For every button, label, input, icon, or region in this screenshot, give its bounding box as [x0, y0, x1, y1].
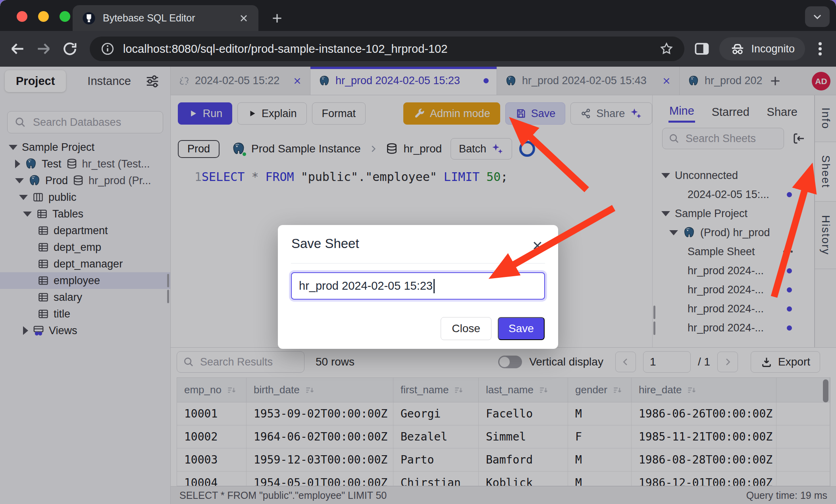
- reload-icon[interactable]: [61, 40, 79, 58]
- incognito-label: Incognito: [751, 43, 795, 55]
- sheet-name-value: hr_prod 2024-02-05 15:23: [299, 279, 433, 292]
- close-tab-icon[interactable]: [239, 13, 249, 23]
- browser-menu-icon[interactable]: [811, 40, 829, 58]
- save-confirm-button[interactable]: Save: [498, 317, 545, 340]
- bookmark-star-icon[interactable]: [659, 41, 674, 56]
- close-dialog-icon[interactable]: [531, 239, 544, 252]
- browser-window: Bytebase SQL Editor localhost:8080/sql-e…: [0, 0, 836, 504]
- bytebase-favicon-icon: [82, 12, 96, 25]
- new-tab-button[interactable]: [268, 10, 286, 27]
- window-controls: [17, 11, 70, 22]
- side-panel-icon[interactable]: [693, 40, 711, 58]
- browser-tab-title: Bytebase SQL Editor: [103, 12, 231, 24]
- sheet-name-input[interactable]: hr_prod 2024-02-05 15:23: [291, 272, 545, 300]
- browser-navbar: localhost:8080/sql-editor/prod-sample-in…: [0, 31, 836, 67]
- dialog-divider: [291, 263, 545, 264]
- browser-tab[interactable]: Bytebase SQL Editor: [73, 5, 258, 31]
- plus-icon: [270, 12, 284, 25]
- back-icon[interactable]: [9, 40, 26, 58]
- browser-chrome: Bytebase SQL Editor localhost:8080/sql-e…: [0, 0, 836, 67]
- forward-icon[interactable]: [35, 40, 52, 58]
- close-button[interactable]: Close: [441, 317, 491, 340]
- url-text: localhost:8080/sql-editor/prod-sample-in…: [123, 42, 651, 56]
- minimize-window-button[interactable]: [38, 11, 49, 22]
- dialog-buttons: Close Save: [441, 317, 545, 340]
- save-sheet-dialog: Save Sheet hr_prod 2024-02-05 15:23 Clos…: [278, 225, 558, 349]
- incognito-icon: [730, 41, 745, 57]
- incognito-badge: Incognito: [719, 37, 805, 60]
- address-bar[interactable]: localhost:8080/sql-editor/prod-sample-in…: [90, 37, 684, 61]
- dialog-title: Save Sheet: [291, 236, 545, 251]
- close-window-button[interactable]: [17, 11, 27, 22]
- chevron-down-icon: [811, 11, 823, 23]
- maximize-window-button[interactable]: [60, 11, 70, 22]
- tab-search-button[interactable]: [805, 6, 830, 27]
- text-cursor: [433, 279, 435, 293]
- site-info-icon[interactable]: [100, 41, 115, 56]
